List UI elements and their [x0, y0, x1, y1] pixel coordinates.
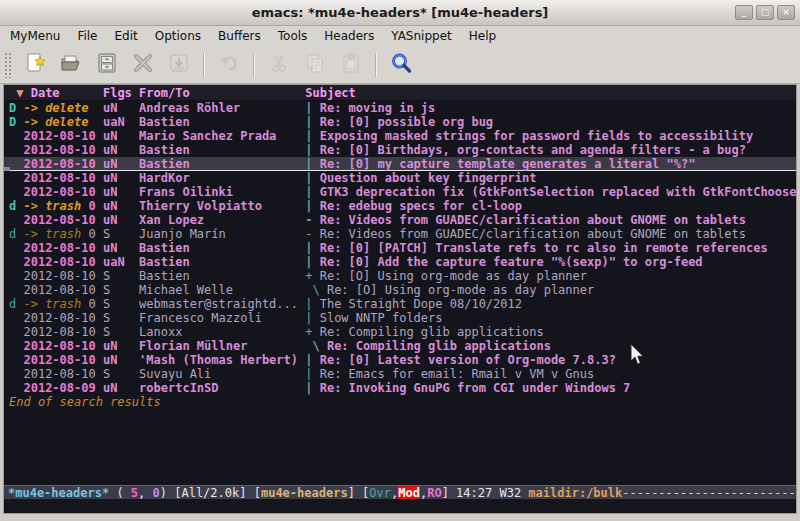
- menu-headers[interactable]: Headers: [324, 29, 374, 43]
- modeline-segment-plain: ]: [348, 486, 362, 499]
- menu-yasnippet[interactable]: YASnippet: [391, 29, 452, 43]
- message-row[interactable]: 2012-08-10 uN 'Mash (Thomas Herbert) | R…: [4, 353, 796, 367]
- message-row[interactable]: 2012-08-10 S Michael Welle \ Re: [O] Usi…: [4, 283, 796, 297]
- column-header-from[interactable]: From/To: [139, 86, 305, 100]
- modeline-segment-plain: ]: [442, 486, 456, 499]
- date-cell: 2012-08-10: [23, 129, 102, 143]
- paste-button: [333, 49, 369, 81]
- close-button[interactable]: ×: [777, 5, 795, 20]
- flags-cell: S: [103, 283, 139, 297]
- message-row-current[interactable]: 2012-08-10 uN Bastien | Re: [0] my captu…: [4, 157, 796, 171]
- column-header-date[interactable]: Date: [31, 86, 103, 100]
- message-row[interactable]: d -> trash 0 S webmaster@straightd... | …: [4, 297, 796, 311]
- thread-connector: |: [305, 353, 319, 367]
- message-row[interactable]: d -> trash 0 S Juanjo Marín - Re: Videos…: [4, 227, 796, 241]
- close-button[interactable]: [125, 49, 161, 81]
- mark-char: [9, 129, 23, 143]
- minimize-button[interactable]: _: [735, 5, 753, 20]
- message-row[interactable]: 2012-08-10 uaN Bastien | Re: [0] Add the…: [4, 255, 796, 269]
- mark-char: [9, 269, 23, 283]
- mark-char: [9, 339, 23, 353]
- menu-mymenu[interactable]: MyMenu: [10, 29, 60, 43]
- date-cell: 2012-08-09: [23, 381, 102, 395]
- subject-cell: Re: [0] [PATCH] Translate refs to rc als…: [320, 241, 768, 255]
- flags-cell: S: [103, 227, 139, 241]
- headers-column-header[interactable]: ▼ Date Flgs From/To Subject: [4, 85, 796, 101]
- message-row[interactable]: 2012-08-10 uN HardKor | Question about k…: [4, 171, 796, 185]
- from-cell: HardKor: [139, 171, 305, 185]
- date-cell: 2012-08-10: [23, 339, 102, 353]
- thread-connector: -: [305, 213, 319, 227]
- toolbar-grip-handle[interactable]: [4, 52, 13, 78]
- message-row[interactable]: 2012-08-10 uN Xan Lopez - Re: Videos fro…: [4, 213, 796, 227]
- mark-target-label: -> trash: [23, 297, 81, 311]
- sort-direction-icon[interactable]: ▼: [9, 86, 31, 100]
- save-archive-button[interactable]: [89, 49, 125, 81]
- message-row[interactable]: d -> trash 0 uN Thierry Volpiatto | Re: …: [4, 199, 796, 213]
- mark-char: [9, 241, 23, 255]
- open-folder-button[interactable]: [53, 49, 89, 81]
- column-header-flags[interactable]: Flgs: [103, 86, 139, 100]
- message-row[interactable]: D -> delete uN Andreas Röhler | Re: movi…: [4, 101, 796, 115]
- new-file-button[interactable]: [17, 49, 53, 81]
- message-row[interactable]: 2012-08-10 uN Bastien | Re: [0] [PATCH] …: [4, 241, 796, 255]
- message-row[interactable]: D -> delete uaN Bastien | Re: [0] possib…: [4, 115, 796, 129]
- date-cell: 2012-08-10: [23, 213, 102, 227]
- column-header-subject[interactable]: Subject: [305, 86, 356, 100]
- open-folder-icon: [59, 51, 83, 79]
- save-as-icon: [167, 51, 191, 79]
- message-row[interactable]: 2012-08-10 uN Bastien | Re: [0] Birthday…: [4, 143, 796, 157]
- copy-icon: [303, 51, 327, 79]
- menu-help[interactable]: Help: [469, 29, 496, 43]
- menu-tools[interactable]: Tools: [278, 29, 308, 43]
- paste-icon: [339, 51, 363, 79]
- modeline-segment-plain: (: [109, 486, 131, 499]
- date-cell: 2012-08-10: [23, 255, 102, 269]
- search-button[interactable]: [383, 49, 419, 81]
- message-row[interactable]: 2012-08-10 S Bastien + Re: [O] Using org…: [4, 269, 796, 283]
- subject-cell: Re: Invoking GnuPG from CGI under Window…: [320, 381, 631, 395]
- menu-bar: MyMenuFileEditOptionsBuffersToolsHeaders…: [0, 26, 800, 46]
- mark-char: d: [9, 227, 23, 241]
- flags-cell: uN: [103, 101, 139, 115]
- date-cell: 2012-08-10: [23, 325, 102, 339]
- emacs-frame: ▼ Date Flgs From/To Subject D -> delete …: [3, 84, 797, 514]
- message-row[interactable]: 2012-08-10 S Suvayu Ali | Re: Emacs for …: [4, 367, 796, 381]
- menu-file[interactable]: File: [77, 29, 97, 43]
- thread-connector: |: [305, 199, 319, 213]
- window-title: emacs: *mu4e-headers* [mu4e-headers]: [252, 5, 549, 20]
- thread-connector: |: [305, 255, 319, 269]
- tool-bar: [0, 46, 800, 84]
- message-row[interactable]: 2012-08-10 S Francesco Mazzoli | Slow NN…: [4, 311, 796, 325]
- message-list: D -> delete uN Andreas Röhler | Re: movi…: [4, 101, 796, 395]
- thread-connector: |: [305, 311, 319, 325]
- menu-options[interactable]: Options: [155, 29, 201, 43]
- message-row[interactable]: 2012-08-10 uN Mario Sanchez Prada | Expo…: [4, 129, 796, 143]
- flags-cell: uN: [103, 353, 139, 367]
- thread-connector: -: [305, 227, 319, 241]
- maximize-button[interactable]: □: [756, 5, 774, 20]
- message-row[interactable]: 2012-08-10 uN Frans Oilinki | GTK3 depre…: [4, 185, 796, 199]
- thread-connector: |: [305, 129, 319, 143]
- menu-buffers[interactable]: Buffers: [218, 29, 261, 43]
- date-cell: [88, 101, 102, 115]
- mode-line[interactable]: *mu4e-headers* ( 5, 0) [All/2.0k] [mu4e-…: [4, 485, 796, 499]
- subject-cell: Question about key fingerprint: [320, 171, 537, 185]
- flags-cell: uN: [103, 339, 139, 353]
- new-file-icon: [23, 51, 47, 79]
- message-row[interactable]: 2012-08-09 uN robertcInSD | Re: Invoking…: [4, 381, 796, 395]
- thread-connector: |: [305, 185, 319, 199]
- flags-cell: uaN: [103, 115, 139, 129]
- message-row[interactable]: 2012-08-10 S Lanoxx + Re: Compiling glib…: [4, 325, 796, 339]
- echo-area[interactable]: [4, 499, 796, 513]
- menu-edit[interactable]: Edit: [115, 29, 138, 43]
- subject-cell: Re: [0] my capture template generates a …: [320, 157, 696, 171]
- flags-cell: uN: [103, 241, 139, 255]
- close-icon: [131, 51, 155, 79]
- from-cell: Juanjo Marín: [139, 227, 305, 241]
- message-row[interactable]: 2012-08-10 uN Florian Müllner \ Re: Comp…: [4, 339, 796, 353]
- from-cell: Xan Lopez: [139, 213, 305, 227]
- subject-cell: Slow NNTP folders: [320, 311, 443, 325]
- modeline-segment-plain: 14:27 W32: [456, 486, 528, 499]
- date-cell: 2012-08-10: [23, 157, 102, 171]
